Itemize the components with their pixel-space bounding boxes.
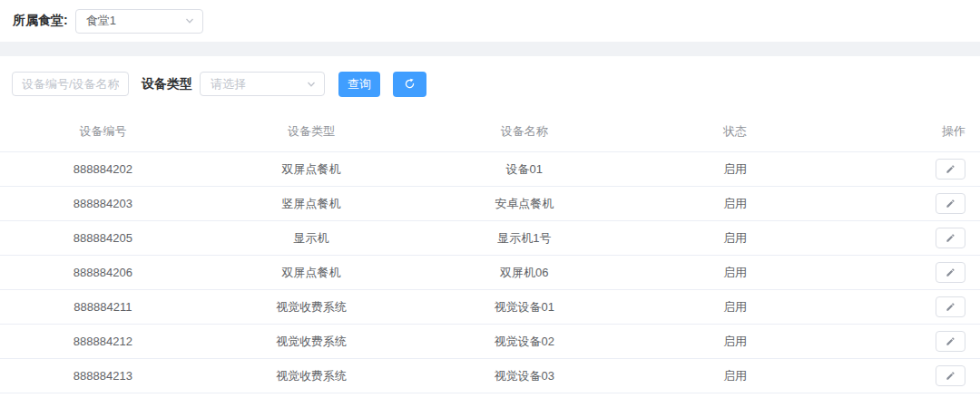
actions-cell xyxy=(838,296,980,317)
edit-pencil-icon xyxy=(946,233,956,243)
actions-cell xyxy=(838,262,980,283)
device-name-cell: 视觉设备01 xyxy=(416,299,632,315)
device-id-cell: 888884213 xyxy=(0,369,206,383)
edit-pencil-icon xyxy=(946,199,956,209)
edit-button[interactable] xyxy=(936,228,965,248)
status-cell: 启用 xyxy=(632,368,838,384)
edit-pencil-icon xyxy=(946,336,956,346)
actions-cell xyxy=(838,331,980,352)
status-cell: 启用 xyxy=(632,334,838,350)
edit-pencil-icon xyxy=(946,371,956,381)
column-header-device-type: 设备类型 xyxy=(206,123,416,140)
device-type-cell: 竖屏点餐机 xyxy=(206,196,416,212)
edit-button[interactable] xyxy=(936,296,965,317)
device-type-select-placeholder: 请选择 xyxy=(211,76,246,92)
table-row: 888884212 视觉收费系统 视觉设备02 启用 xyxy=(0,325,980,359)
edit-pencil-icon xyxy=(946,267,956,277)
device-type-cell: 视觉收费系统 xyxy=(206,334,416,350)
status-cell: 启用 xyxy=(632,196,838,212)
canteen-select-value: 食堂1 xyxy=(86,13,116,29)
canteen-filter-label: 所属食堂: xyxy=(13,13,68,29)
query-button[interactable]: 查询 xyxy=(338,72,380,97)
device-type-cell: 双屏点餐机 xyxy=(206,161,416,178)
actions-cell xyxy=(838,365,980,386)
refresh-icon xyxy=(404,78,416,90)
column-header-device-id: 设备编号 xyxy=(0,123,206,140)
table-row: 888884213 视觉收费系统 视觉设备03 启用 xyxy=(0,359,980,393)
device-id-cell: 888884203 xyxy=(0,197,206,210)
edit-button[interactable] xyxy=(936,331,965,352)
device-id-cell: 888884211 xyxy=(0,300,206,314)
device-type-cell: 显示机 xyxy=(206,230,416,247)
column-header-status: 状态 xyxy=(632,123,838,140)
search-toolbar: 设备类型 请选择 查询 xyxy=(0,56,980,98)
column-header-device-name: 设备名称 xyxy=(416,123,632,140)
table-row: 888884205 显示机 显示机1号 启用 xyxy=(0,221,980,256)
device-name-cell: 视觉设备02 xyxy=(416,334,632,350)
edit-pencil-icon xyxy=(946,302,956,312)
table-body: 888884202 双屏点餐机 设备01 启用 888884203 竖屏点餐机 … xyxy=(0,152,980,393)
device-id-cell: 888884206 xyxy=(0,266,206,279)
canteen-filter-bar: 所属食堂: 食堂1 xyxy=(0,0,980,42)
device-type-cell: 视觉收费系统 xyxy=(206,368,416,384)
status-cell: 启用 xyxy=(632,230,838,247)
status-cell: 启用 xyxy=(632,265,838,281)
status-cell: 启用 xyxy=(632,299,838,315)
device-type-label: 设备类型 xyxy=(142,76,192,92)
actions-cell xyxy=(838,228,980,248)
device-id-cell: 888884205 xyxy=(0,231,206,245)
device-name-cell: 安卓点餐机 xyxy=(416,196,632,212)
device-id-cell: 888884212 xyxy=(0,335,206,348)
device-id-cell: 888884202 xyxy=(0,162,206,176)
table-row: 888884202 双屏点餐机 设备01 启用 xyxy=(0,152,980,187)
device-name-cell: 设备01 xyxy=(416,161,632,178)
status-cell: 启用 xyxy=(632,161,838,178)
edit-button[interactable] xyxy=(936,159,965,180)
device-name-cell: 视觉设备03 xyxy=(416,368,632,384)
edit-button[interactable] xyxy=(936,365,965,386)
column-header-actions: 操作 xyxy=(838,123,980,140)
device-type-select[interactable]: 请选择 xyxy=(200,72,325,96)
device-search-input[interactable] xyxy=(12,72,129,96)
canteen-select[interactable]: 食堂1 xyxy=(75,9,203,34)
device-type-cell: 视觉收费系统 xyxy=(206,299,416,315)
edit-button[interactable] xyxy=(936,193,965,214)
edit-button[interactable] xyxy=(936,262,965,283)
section-divider xyxy=(0,42,980,56)
table-row: 888884203 竖屏点餐机 安卓点餐机 启用 xyxy=(0,187,980,221)
device-type-cell: 双屏点餐机 xyxy=(206,265,416,281)
device-name-cell: 双屏机06 xyxy=(416,265,632,281)
refresh-button[interactable] xyxy=(393,72,426,97)
chevron-down-icon xyxy=(185,16,194,25)
device-table: 设备编号 设备类型 设备名称 状态 操作 888884202 双屏点餐机 设备0… xyxy=(0,111,980,393)
table-row: 888884211 视觉收费系统 视觉设备01 启用 xyxy=(0,290,980,325)
actions-cell xyxy=(838,193,980,214)
table-row: 888884206 双屏点餐机 双屏机06 启用 xyxy=(0,256,980,290)
edit-pencil-icon xyxy=(946,164,956,174)
actions-cell xyxy=(838,159,980,180)
table-header-row: 设备编号 设备类型 设备名称 状态 操作 xyxy=(0,111,980,152)
chevron-down-icon xyxy=(307,80,316,89)
device-name-cell: 显示机1号 xyxy=(416,230,632,247)
